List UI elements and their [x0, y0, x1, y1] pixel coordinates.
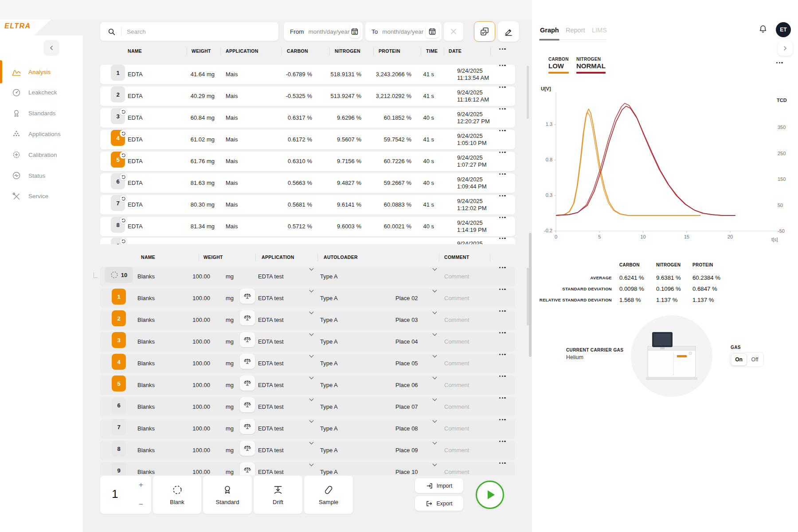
row-number-badge[interactable]: 1 — [111, 65, 125, 81]
queue-number-badge[interactable]: 9 — [112, 462, 126, 475]
row-menu-icon[interactable] — [499, 130, 506, 131]
sidebar-item-analysis[interactable]: Analysis — [0, 63, 83, 81]
chevron-down-icon[interactable] — [309, 353, 314, 358]
place-select-value[interactable]: Place 09 — [395, 441, 418, 460]
notifications-button[interactable] — [758, 23, 768, 35]
table-row[interactable]: 4 EDTA 61.02 mg Mais 0.6172 % 9.5607 % 5… — [100, 130, 515, 149]
comment-input[interactable] — [444, 400, 495, 414]
comment-input[interactable] — [444, 466, 495, 476]
results-scrollbar[interactable] — [527, 66, 529, 119]
comment-input[interactable] — [444, 422, 495, 435]
queue-number-badge[interactable]: 7 — [112, 419, 126, 435]
row-menu-icon[interactable] — [499, 354, 506, 355]
chevron-down-icon[interactable] — [433, 288, 437, 293]
table-row[interactable]: 6 EDTA 81.63 mg Mais 0.5663 % 9.4827 % 5… — [100, 173, 515, 193]
decrement-button[interactable]: − — [135, 499, 147, 510]
row-menu-icon[interactable] — [499, 152, 506, 153]
row-menu-icon[interactable] — [499, 195, 506, 196]
place-select-value[interactable]: Place 07 — [395, 397, 418, 417]
clear-filter-button[interactable] — [444, 22, 463, 41]
application-select-value[interactable]: EDTA test — [258, 441, 284, 460]
application-select-value[interactable]: EDTA test — [258, 354, 284, 373]
queue-number-badge[interactable]: 6 — [112, 397, 126, 413]
application-select-value[interactable]: EDTA test — [258, 419, 284, 438]
row-menu-icon[interactable] — [499, 173, 506, 175]
application-select-value[interactable]: EDTA test — [258, 267, 284, 286]
sample-counter-stepper[interactable]: 1 + − — [100, 476, 151, 514]
application-select-value[interactable]: EDTA test — [258, 289, 284, 308]
chevron-down-icon[interactable] — [433, 353, 437, 358]
gas-off-button[interactable]: Off — [747, 353, 763, 366]
queue-row[interactable]: 4 Blanks 100.00 mg EDTA test Type A Plac… — [100, 354, 515, 373]
comment-input[interactable] — [444, 357, 495, 370]
calendar-icon[interactable]: 31 — [350, 25, 360, 38]
comment-input[interactable] — [444, 270, 495, 283]
sample-button[interactable]: Sample — [304, 476, 353, 514]
comment-input[interactable] — [444, 444, 495, 457]
sidebar-item-leakcheck[interactable]: Leakcheck — [0, 84, 83, 102]
chevron-down-icon[interactable] — [433, 419, 437, 423]
export-button[interactable]: Export — [415, 496, 463, 511]
comment-input[interactable] — [444, 292, 495, 305]
row-menu-icon[interactable] — [499, 65, 506, 66]
panel-scrollbar[interactable] — [529, 233, 532, 357]
gas-on-button[interactable]: On — [731, 353, 747, 366]
calendar-icon[interactable]: 31 — [426, 25, 439, 38]
drift-button[interactable]: Drift — [254, 476, 302, 514]
table-row[interactable]: 1 EDTA 41.64 mg Mais -0.6789 % 518.9131 … — [100, 65, 515, 84]
table-row[interactable]: 2 EDTA 40.29 mg Mais -0.5325 % 513.9247 … — [100, 86, 515, 106]
queue-row[interactable]: 7 Blanks 100.00 mg EDTA test Type A Plac… — [100, 419, 515, 438]
sidebar-item-service[interactable]: Service — [0, 188, 83, 205]
chevron-down-icon[interactable] — [433, 462, 437, 466]
place-select-value[interactable]: Place 05 — [395, 354, 418, 373]
balance-scale-button[interactable] — [240, 332, 255, 347]
comment-input[interactable] — [444, 335, 495, 348]
chevron-down-icon[interactable] — [433, 266, 437, 271]
date-from-value[interactable]: month/day/year — [309, 28, 350, 35]
row-menu-icon[interactable] — [499, 289, 506, 290]
date-to-value[interactable]: month/day/year — [382, 28, 426, 35]
queue-row[interactable]: 1 Blanks 100.00 mg EDTA test Type A Plac… — [100, 289, 515, 308]
chevron-down-icon[interactable] — [433, 332, 437, 336]
row-menu-icon[interactable] — [499, 376, 506, 377]
search-bar[interactable] — [100, 22, 278, 41]
queue-row[interactable]: 5 Blanks 100.00 mg EDTA test Type A Plac… — [100, 376, 515, 395]
balance-scale-button[interactable] — [240, 310, 255, 325]
queue-number-badge[interactable]: 3 — [112, 332, 126, 348]
queue-number-badge[interactable]: 4 — [112, 354, 126, 370]
application-select-value[interactable]: EDTA test — [258, 332, 284, 352]
tab-lims[interactable]: LIMS — [592, 27, 607, 34]
queue-number-badge[interactable]: 5 — [112, 376, 126, 391]
sidebar-item-calibration[interactable]: Calibration — [0, 146, 83, 164]
tab-graph[interactable]: Graph — [540, 27, 559, 34]
row-menu-icon[interactable] — [499, 108, 506, 110]
chevron-down-icon[interactable] — [309, 310, 314, 314]
queue-number-badge[interactable]: 2 — [112, 310, 126, 326]
balance-scale-button[interactable] — [240, 397, 255, 412]
queue-number-badge[interactable]: 1 — [112, 289, 126, 305]
import-button[interactable]: Import — [415, 478, 463, 493]
queue-number-badge[interactable]: 8 — [112, 441, 126, 457]
balance-scale-button[interactable] — [240, 462, 255, 475]
row-menu-icon[interactable] — [499, 86, 506, 88]
row-menu-icon[interactable] — [499, 397, 506, 399]
autoloader-select-value[interactable]: Type A — [320, 267, 338, 286]
chevron-down-icon[interactable] — [309, 332, 314, 336]
search-input[interactable] — [127, 28, 278, 35]
chevron-down-icon[interactable] — [433, 310, 437, 314]
sidebar-collapse-button[interactable] — [43, 40, 59, 56]
queue-row[interactable]: 8 Blanks 100.00 mg EDTA test Type A Plac… — [100, 441, 515, 460]
sidebar-item-applications[interactable]: Applications — [0, 125, 83, 143]
queue-row[interactable]: 3 Blanks 100.00 mg EDTA test Type A Plac… — [100, 332, 515, 352]
balance-scale-button[interactable] — [240, 376, 255, 391]
place-select-value[interactable]: Place 04 — [395, 332, 418, 352]
table-row[interactable]: 7 EDTA 80.30 mg Mais 0.5681 % 9.6141 % 6… — [100, 195, 515, 215]
row-menu-icon[interactable] — [499, 238, 506, 239]
chevron-down-icon[interactable] — [309, 440, 314, 445]
queue-row[interactable]: 2 Blanks 100.00 mg EDTA test Type A Plac… — [100, 310, 515, 330]
chevron-down-icon[interactable] — [433, 440, 437, 445]
table-row[interactable]: 8 EDTA 81.34 mg Mais 0.5712 % 9.6003 % 6… — [100, 217, 515, 236]
application-select-value[interactable]: EDTA test — [258, 310, 284, 330]
application-select-value[interactable]: EDTA test — [258, 376, 284, 395]
row-menu-icon[interactable] — [499, 462, 506, 464]
